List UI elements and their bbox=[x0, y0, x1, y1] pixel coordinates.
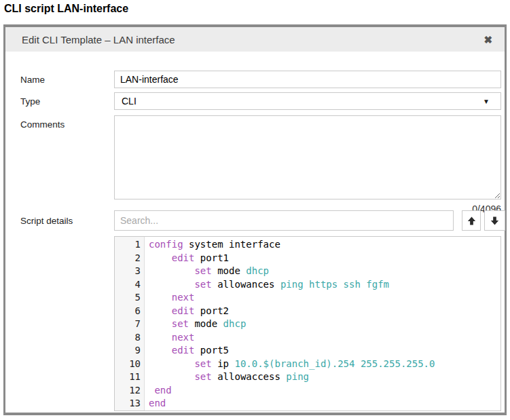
code-line: set mode dhcp bbox=[149, 318, 500, 331]
code-line: set allowances ping https ssh fgfm bbox=[149, 278, 500, 292]
script-search-input[interactable] bbox=[114, 210, 454, 231]
comments-label: Comments bbox=[20, 119, 65, 130]
type-select[interactable]: CLI ▼ bbox=[114, 92, 501, 110]
line-numbers: 12345678910111213 bbox=[115, 237, 145, 411]
name-label: Name bbox=[20, 75, 45, 85]
chevron-down-icon: ▼ bbox=[483, 98, 490, 105]
dialog-header: Edit CLI Template – LAN interface ✖ bbox=[5, 27, 505, 52]
code-line: next bbox=[149, 331, 500, 345]
edit-cli-template-dialog: Edit CLI Template – LAN interface ✖ Name… bbox=[3, 24, 507, 415]
move-down-button[interactable] bbox=[484, 210, 505, 231]
code-line: end bbox=[149, 397, 500, 411]
code-lines: config system interface edit port1 set m… bbox=[145, 237, 500, 411]
script-code-editor[interactable]: 12345678910111213 config system interfac… bbox=[114, 236, 501, 411]
type-label: Type bbox=[20, 96, 40, 107]
code-line: set allowaccess ping bbox=[149, 370, 500, 384]
arrow-down-icon bbox=[490, 216, 500, 226]
name-input[interactable] bbox=[114, 71, 501, 88]
code-line: edit port5 bbox=[149, 344, 500, 358]
screen: CLI script LAN-interface Edit CLI Templa… bbox=[0, 0, 510, 420]
close-icon[interactable]: ✖ bbox=[484, 35, 492, 45]
code-line: config system interface bbox=[149, 238, 500, 252]
code-line: edit port2 bbox=[149, 305, 500, 318]
page-title: CLI script LAN-interface bbox=[4, 3, 128, 15]
code-line: edit port1 bbox=[149, 252, 500, 265]
script-details-label: Script details bbox=[20, 216, 73, 226]
move-up-button[interactable] bbox=[462, 210, 481, 231]
code-line: next bbox=[149, 291, 500, 305]
dialog-title: Edit CLI Template – LAN interface bbox=[22, 34, 484, 45]
type-select-value: CLI bbox=[122, 96, 483, 107]
code-line: end bbox=[149, 384, 500, 398]
comments-textarea[interactable] bbox=[114, 115, 501, 199]
code-line: set mode dhcp bbox=[149, 265, 500, 278]
arrow-up-icon bbox=[467, 216, 477, 226]
code-line: set ip 10.0.$(branch_id).254 255.255.255… bbox=[149, 358, 500, 371]
